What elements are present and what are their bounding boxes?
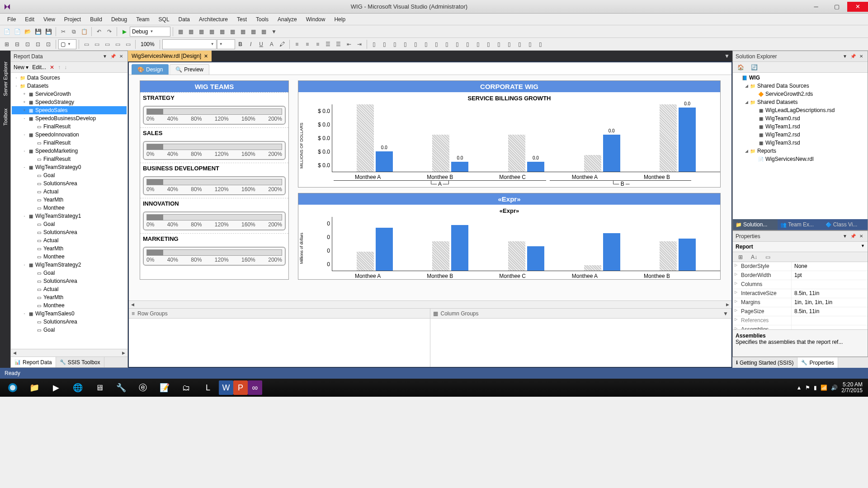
- getting-started-tab[interactable]: ℹ Getting Started (SSIS): [732, 357, 797, 368]
- tree-node[interactable]: 📄WigServicesNew.rdl: [734, 155, 867, 163]
- tray-up-icon[interactable]: ▲: [796, 385, 802, 391]
- tool-icon[interactable]: ▦: [175, 27, 185, 37]
- network-icon[interactable]: ▮: [814, 385, 817, 391]
- expr-panel[interactable]: «Expr» «Expr» Millions of dollars 0000: [298, 193, 721, 280]
- menu-test[interactable]: Test: [232, 15, 251, 24]
- tab-dropdown-icon[interactable]: ▼: [722, 53, 732, 59]
- refresh-icon[interactable]: 🔄: [749, 62, 759, 72]
- delete-icon[interactable]: ✕: [50, 64, 54, 70]
- dropdown-icon[interactable]: ▼: [841, 233, 849, 240]
- tree-node[interactable]: -▦SpeedoBusinessDevelop: [12, 114, 127, 122]
- tree-node[interactable]: ▭YearMth: [12, 196, 127, 204]
- font-select[interactable]: ▼: [162, 39, 217, 49]
- up-icon[interactable]: ↑: [58, 64, 61, 70]
- tool-icon[interactable]: ⊡: [43, 39, 53, 49]
- tree-node[interactable]: -▦WigTeamSales0: [12, 310, 127, 318]
- tool-icon[interactable]: ▦: [196, 27, 206, 37]
- indent-icon[interactable]: ⇤: [344, 39, 354, 49]
- tool-icon[interactable]: ▭: [123, 39, 133, 49]
- tree-node[interactable]: ▭Goal: [12, 171, 127, 179]
- property-row[interactable]: ▷PageSize 8.5in, 11in: [733, 307, 868, 316]
- menu-window[interactable]: Window: [302, 15, 330, 24]
- design-surface[interactable]: WIG TEAMS STRATEGY 0%40%80%120%160%200% …: [129, 75, 731, 300]
- menu-file[interactable]: File: [3, 15, 20, 24]
- close-tab-icon[interactable]: ✕: [204, 53, 208, 59]
- properties-grid[interactable]: ▷BorderStyle None ▷BorderWidth 1pt ▷Colu…: [733, 262, 868, 329]
- toolbox-tab[interactable]: Toolbox: [2, 107, 9, 127]
- open-file-icon[interactable]: 📂: [23, 27, 33, 37]
- property-row[interactable]: ▷InteractiveSize 8.5in, 11in: [733, 289, 868, 298]
- groups-dropdown-icon[interactable]: ▼: [723, 310, 728, 317]
- layout-icon[interactable]: ▯: [369, 39, 379, 49]
- properties-tab[interactable]: 🔧 Properties: [797, 357, 838, 368]
- report-data-tree[interactable]: -📁Data Sources-📁Datasets+▦ServiceGrowth+…: [11, 73, 127, 349]
- layout-icon[interactable]: ▯: [536, 39, 546, 49]
- categorize-icon[interactable]: ⊞: [736, 252, 745, 262]
- tool-icon[interactable]: ⊡: [23, 39, 33, 49]
- sort-icon[interactable]: A↓: [749, 252, 759, 262]
- edit-button[interactable]: Edit...: [32, 64, 46, 70]
- add-item-icon[interactable]: 📄: [12, 27, 22, 37]
- tree-node[interactable]: ▭Actual: [12, 285, 127, 293]
- menu-build[interactable]: Build: [85, 15, 107, 24]
- tree-node[interactable]: -▦WigTeamStrategy0: [12, 163, 127, 171]
- tree-node[interactable]: -📁Data Sources: [12, 74, 127, 82]
- clock[interactable]: 5:20 AM 2/7/2015: [841, 382, 863, 394]
- speedo-gauge[interactable]: 0%40%80%120%160%200%: [143, 106, 286, 125]
- menu-analyze[interactable]: Analyze: [273, 15, 302, 24]
- designer-scrollbar-h[interactable]: ◀▶: [129, 300, 731, 308]
- new-button[interactable]: New ▾: [14, 64, 28, 70]
- tool-icon[interactable]: ▦: [259, 27, 269, 37]
- redo-icon[interactable]: ↷: [104, 27, 114, 37]
- home-icon[interactable]: 🏠: [736, 62, 745, 72]
- tool-icon[interactable]: ▦: [238, 27, 248, 37]
- team-explorer-tab[interactable]: 👥 Team Ex...: [778, 219, 822, 230]
- close-button[interactable]: ✕: [847, 2, 868, 12]
- report-data-tab[interactable]: 📊 Report Data: [11, 357, 56, 367]
- underline-icon[interactable]: U: [256, 39, 266, 49]
- tree-node[interactable]: ▭Goal: [12, 326, 127, 334]
- tree-node[interactable]: -▦WigTeamStrategy2: [12, 261, 127, 269]
- tree-node[interactable]: ▭Goal: [12, 220, 127, 228]
- cut-icon[interactable]: ✂: [58, 27, 68, 37]
- app-icon[interactable]: 🖥: [89, 379, 110, 396]
- menu-edit[interactable]: Edit: [20, 15, 39, 24]
- design-tab[interactable]: 🎨 Design: [132, 64, 169, 75]
- tree-node[interactable]: ◢📁Shared Datasets: [734, 98, 867, 106]
- lync-icon[interactable]: L: [197, 379, 219, 396]
- paste-icon[interactable]: 📋: [79, 27, 89, 37]
- media-player-icon[interactable]: ▶: [45, 379, 67, 396]
- save-all-icon[interactable]: 💾: [43, 27, 53, 37]
- config-select[interactable]: Debug ▼: [130, 27, 170, 37]
- tree-node[interactable]: ▭FinalResult: [12, 155, 127, 163]
- speedo-gauge[interactable]: 0%40%80%120%160%200%: [143, 211, 286, 230]
- corporate-wig-panel[interactable]: CORPORATE WIG SERVICE BILLINGS GROWTH MI…: [298, 80, 721, 188]
- tree-node[interactable]: ▭SolutionsArea: [12, 179, 127, 188]
- layout-icon[interactable]: ▯: [390, 39, 400, 49]
- tree-node[interactable]: ▭SolutionsArea: [12, 277, 127, 285]
- align-right-icon[interactable]: ≡: [313, 39, 323, 49]
- ie-icon[interactable]: ⓔ: [132, 379, 154, 396]
- menu-view[interactable]: View: [39, 15, 60, 24]
- pin-icon[interactable]: 📌: [849, 233, 857, 240]
- tree-node[interactable]: ▭SolutionsArea: [12, 318, 127, 326]
- tree-node[interactable]: -📁Datasets: [12, 82, 127, 90]
- solution-tab[interactable]: 📁 Solution...: [733, 219, 778, 230]
- notepad-icon[interactable]: 📝: [154, 379, 175, 396]
- copy-icon[interactable]: ⧉: [69, 27, 79, 37]
- property-row[interactable]: ▷Margins 1in, 1in, 1in, 1in: [733, 298, 868, 307]
- tree-node[interactable]: ▭YearMth: [12, 293, 127, 301]
- dropdown-icon[interactable]: ▼: [841, 53, 849, 60]
- tool-select[interactable]: ▢▼: [58, 39, 76, 49]
- size-select[interactable]: ▼: [217, 39, 235, 49]
- tree-node[interactable]: ▭FinalResult: [12, 139, 127, 147]
- tool-icon[interactable]: ⊡: [33, 39, 43, 49]
- tool-icon[interactable]: ⊟: [12, 39, 22, 49]
- close-icon[interactable]: ✕: [858, 233, 865, 240]
- tree-node[interactable]: ▦WigTeam1.rsd: [734, 122, 867, 131]
- start-button[interactable]: [2, 379, 24, 396]
- speedo-gauge[interactable]: 0%40%80%120%160%200%: [143, 247, 286, 266]
- menu-team[interactable]: Team: [132, 15, 154, 24]
- tool-icon[interactable]: ▦: [207, 27, 217, 37]
- server-explorer-tab[interactable]: Server Explorer: [2, 60, 9, 98]
